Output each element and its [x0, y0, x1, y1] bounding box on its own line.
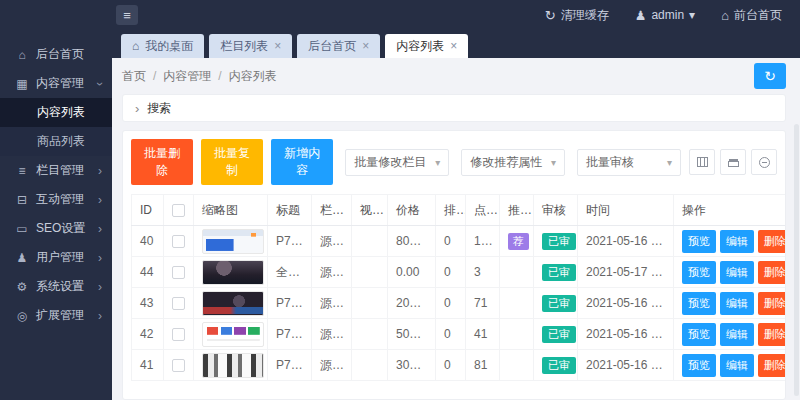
sidebar: ⌂后台首页▦内容管理›内容列表商品列表≡栏目管理›⊟互动管理›▭SEO设置›♟用…	[0, 0, 112, 400]
frontend-home-label: 前台首页	[734, 7, 782, 24]
tab-label: 我的桌面	[145, 38, 193, 55]
print-button[interactable]	[720, 149, 746, 175]
user-menu[interactable]: ♟ admin ▾	[635, 8, 695, 23]
row-actions: 预览编辑删除复制	[682, 354, 786, 377]
frontend-home-link[interactable]: ⌂ 前台首页	[721, 7, 782, 24]
预览-button[interactable]: 预览	[682, 261, 716, 284]
chevron-down-icon: ›	[93, 82, 107, 86]
row-checkbox[interactable]	[172, 266, 185, 279]
tab-内容列表[interactable]: 内容列表×	[385, 34, 468, 58]
删除-button[interactable]: 删除	[758, 323, 786, 346]
删除-button[interactable]: 删除	[758, 354, 786, 377]
tab-label: 后台首页	[308, 38, 356, 55]
search-collapse-panel[interactable]: › 搜索	[122, 94, 786, 122]
sidebar-subitem[interactable]: 内容列表	[0, 98, 112, 127]
预览-button[interactable]: 预览	[682, 323, 716, 346]
编辑-button[interactable]: 编辑	[720, 323, 754, 346]
sidebar-item[interactable]: ◎扩展管理›	[0, 301, 112, 330]
cell-video	[352, 288, 388, 319]
cell-video	[352, 350, 388, 381]
select-批量修改栏目[interactable]: 批量修改栏目▾	[345, 149, 449, 176]
thumbnail-image[interactable]	[202, 353, 264, 378]
tab-close-icon[interactable]: ×	[450, 39, 457, 53]
interact-icon: ⊟	[14, 193, 30, 207]
sidebar-item[interactable]: ≡栏目管理›	[0, 156, 112, 185]
编辑-button[interactable]: 编辑	[720, 261, 754, 284]
table-row: 44全新...源码...0.0003已审2021-05-17 15:26...预…	[132, 257, 787, 288]
row-checkbox[interactable]	[172, 235, 185, 248]
tab-后台首页[interactable]: 后台首页×	[297, 34, 380, 58]
cell-clicks: 188	[466, 226, 500, 257]
row-checkbox[interactable]	[172, 328, 185, 341]
tab-bar: ⌂我的桌面栏目列表×后台首页×内容列表×	[112, 30, 800, 58]
table-row: 41P789...源码...300.00081已审2021-05-16 12:3…	[132, 350, 787, 381]
filter-columns-button[interactable]	[689, 149, 715, 175]
删除-button[interactable]: 删除	[758, 261, 786, 284]
tab-close-icon[interactable]: ×	[274, 39, 281, 53]
预览-button[interactable]: 预览	[682, 230, 716, 253]
scrollbar[interactable]	[794, 124, 799, 396]
sidebar-item[interactable]: ♟用户管理›	[0, 243, 112, 272]
thumbnail-image[interactable]	[202, 260, 264, 285]
删除-button[interactable]: 删除	[758, 292, 786, 315]
sidebar-item[interactable]: ⚙系统设置›	[0, 272, 112, 301]
export-icon	[759, 157, 770, 168]
export-button[interactable]	[751, 149, 777, 175]
编辑-button[interactable]: 编辑	[720, 354, 754, 377]
tab-栏目列表[interactable]: 栏目列表×	[209, 34, 292, 58]
breadcrumb-item[interactable]: 内容管理	[163, 69, 211, 83]
select-批量审核[interactable]: 批量审核▾	[577, 149, 681, 176]
clear-cache-label: 清理缓存	[561, 7, 609, 24]
chevron-down-icon: ▾	[435, 157, 440, 168]
cell-title: P767...	[268, 226, 312, 257]
menu-toggle-button[interactable]: ≡	[116, 5, 138, 25]
预览-button[interactable]: 预览	[682, 354, 716, 377]
sidebar-item[interactable]: ⊟互动管理›	[0, 185, 112, 214]
tab-close-icon[interactable]: ×	[362, 39, 369, 53]
audit-status-badge: 已审	[542, 357, 576, 374]
row-checkbox[interactable]	[172, 359, 185, 372]
编辑-button[interactable]: 编辑	[720, 230, 754, 253]
sidebar-item[interactable]: ▦内容管理›	[0, 69, 112, 98]
sidebar-subitem-label: 商品列表	[37, 133, 85, 150]
删除-button[interactable]: 删除	[758, 230, 786, 253]
select-all-checkbox[interactable]	[172, 204, 185, 217]
table-row: 42P763...源码...500.00041已审2021-05-16 12:5…	[132, 319, 787, 350]
column-header: 栏目	[312, 195, 352, 226]
批量删除-button[interactable]: 批量删除	[131, 139, 193, 185]
column-header: 时间	[578, 195, 674, 226]
cell-checkbox	[164, 350, 194, 381]
编辑-button[interactable]: 编辑	[720, 292, 754, 315]
预览-button[interactable]: 预览	[682, 292, 716, 315]
sidebar-item[interactable]: ▭SEO设置›	[0, 214, 112, 243]
refresh-button[interactable]: ↻	[754, 63, 786, 89]
row-checkbox[interactable]	[172, 297, 185, 310]
select-修改推荐属性[interactable]: 修改推荐属性▾	[461, 149, 565, 176]
cell-category: 源码...	[312, 350, 352, 381]
breadcrumb-item[interactable]: 首页	[122, 69, 146, 83]
cell-clicks: 71	[466, 288, 500, 319]
批量复制-button[interactable]: 批量复制	[201, 139, 263, 185]
main-area: ⌂我的桌面栏目列表×后台首页×内容列表× 首页/内容管理/内容列表 ↻ › 搜索…	[112, 30, 800, 400]
cell-clicks: 41	[466, 319, 500, 350]
cell-id: 43	[132, 288, 164, 319]
cell-audit: 已审	[534, 350, 578, 381]
clear-cache-button[interactable]: ↻ 清理缓存	[545, 7, 609, 24]
thumbnail-image[interactable]	[202, 229, 264, 254]
tab-我的桌面[interactable]: ⌂我的桌面	[121, 34, 204, 58]
sidebar-item[interactable]: ⌂后台首页	[0, 40, 112, 69]
sidebar-subitem[interactable]: 商品列表	[0, 127, 112, 156]
table-tools	[689, 149, 777, 175]
thumbnail-image[interactable]	[202, 322, 264, 347]
cell-sort: 0	[436, 319, 466, 350]
user-icon: ♟	[14, 251, 30, 265]
home-icon: ⌂	[721, 8, 729, 23]
cell-id: 42	[132, 319, 164, 350]
column-header: 操作	[674, 195, 787, 226]
audit-status-badge: 已审	[542, 233, 576, 250]
thumbnail-image[interactable]	[202, 291, 264, 316]
column-header: 标题	[268, 195, 312, 226]
新增内容-button[interactable]: 新增内容	[271, 139, 333, 185]
cell-title: P763...	[268, 319, 312, 350]
cell-time: 2021-05-17 15:26...	[578, 257, 674, 288]
